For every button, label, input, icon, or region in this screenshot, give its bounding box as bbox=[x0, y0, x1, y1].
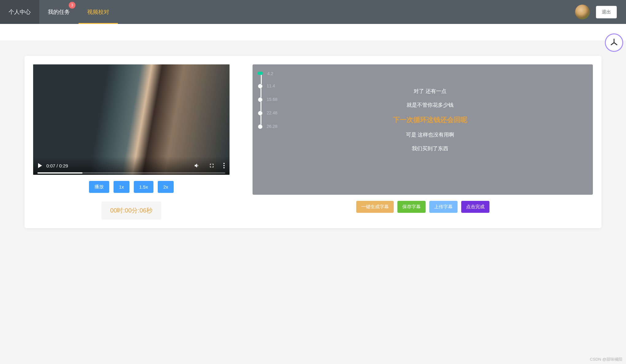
marker-line bbox=[261, 88, 261, 98]
marker-line bbox=[261, 115, 261, 125]
menu-icon[interactable] bbox=[223, 163, 225, 168]
marker-time: 11.4 bbox=[267, 83, 275, 88]
marker-line bbox=[261, 75, 262, 84]
video-panel: 0:07 / 0:29 bbox=[33, 64, 230, 220]
tab-label: 我的任务 bbox=[48, 8, 70, 16]
video-controls: 0:07 / 0:29 bbox=[33, 156, 230, 175]
speed-1x-button[interactable]: 1x bbox=[114, 181, 129, 193]
subtitle-panel-container: 4.2 11.4 bbox=[253, 64, 593, 220]
volume-icon[interactable] bbox=[194, 163, 200, 169]
timeline-marker[interactable]: 22.48 bbox=[258, 111, 280, 125]
timeline: 4.2 11.4 bbox=[258, 72, 581, 152]
speed-2x-button[interactable]: 2x bbox=[158, 181, 174, 193]
subtitle-line[interactable]: 可是 这样也没有用啊 bbox=[280, 131, 581, 138]
editor-card: 0:07 / 0:29 bbox=[25, 56, 601, 228]
header: 个人中心 我的任务 3 视频校对 退出 bbox=[0, 0, 626, 24]
nav-tabs: 个人中心 我的任务 3 视频校对 bbox=[0, 0, 118, 24]
tab-label: 视频校对 bbox=[87, 8, 109, 16]
tab-video-proofread[interactable]: 视频校对 bbox=[79, 0, 118, 24]
generate-subtitle-button[interactable]: 一键生成字幕 bbox=[356, 201, 394, 213]
video-time-display: 0:07 / 0:29 bbox=[46, 163, 68, 168]
marker-time: 15.68 bbox=[267, 97, 277, 102]
play-button[interactable]: 播放 bbox=[89, 181, 109, 193]
avatar[interactable] bbox=[575, 5, 590, 19]
marker-dot bbox=[258, 125, 262, 129]
marker-dot bbox=[258, 98, 262, 102]
action-buttons: 一键生成字幕 保存字幕 上传字幕 点击完成 bbox=[253, 201, 593, 213]
subtitle-line[interactable]: 对了 还有一点 bbox=[280, 88, 581, 95]
marker-dot bbox=[258, 84, 262, 88]
save-subtitle-button[interactable]: 保存字幕 bbox=[397, 201, 426, 213]
logout-button[interactable]: 退出 bbox=[596, 6, 617, 18]
floating-logo[interactable] bbox=[606, 34, 622, 51]
tab-label: 个人中心 bbox=[9, 8, 31, 16]
marker-line bbox=[261, 102, 261, 111]
marker-time: 22.48 bbox=[267, 110, 277, 115]
speed-controls: 播放 1x 1.5x 2x bbox=[33, 181, 230, 193]
marker-time: 4.2 bbox=[267, 71, 273, 76]
timer-display: 00时:00分:06秒 bbox=[102, 201, 161, 220]
tab-my-tasks[interactable]: 我的任务 3 bbox=[39, 0, 79, 24]
progress-bar[interactable] bbox=[37, 172, 225, 174]
subtitle-line[interactable]: 我们买到了东西 bbox=[280, 145, 581, 152]
marker-dot bbox=[258, 111, 262, 115]
controls-right bbox=[194, 163, 225, 169]
marker-dot-active bbox=[257, 72, 263, 75]
upload-subtitle-button[interactable]: 上传字幕 bbox=[429, 201, 458, 213]
progress-fill bbox=[37, 172, 83, 174]
timeline-markers: 4.2 11.4 bbox=[258, 72, 280, 152]
marker-time: 26.28 bbox=[267, 124, 277, 129]
video-player[interactable]: 0:07 / 0:29 bbox=[33, 64, 230, 175]
play-icon[interactable] bbox=[38, 163, 42, 168]
subtitle-line[interactable]: 就是不管你花多少钱 bbox=[280, 102, 581, 109]
main-content: 0:07 / 0:29 bbox=[0, 40, 626, 234]
timeline-marker[interactable]: 11.4 bbox=[258, 84, 280, 98]
subtitle-panel: 4.2 11.4 bbox=[253, 64, 593, 195]
timeline-marker[interactable]: 26.28 bbox=[258, 125, 280, 129]
speed-1.5x-button[interactable]: 1.5x bbox=[134, 181, 153, 193]
header-right: 退出 bbox=[575, 5, 617, 19]
timer-text: 00时:00分:06秒 bbox=[110, 207, 153, 214]
logo-icon bbox=[610, 38, 618, 47]
complete-button[interactable]: 点击完成 bbox=[461, 201, 489, 213]
timeline-marker[interactable]: 15.68 bbox=[258, 98, 280, 111]
fullscreen-icon[interactable] bbox=[209, 163, 215, 169]
subtitle-line-active[interactable]: 下一次循环这钱还会回呢 bbox=[280, 115, 581, 125]
task-count-badge: 3 bbox=[69, 2, 75, 9]
subtitle-lines: 对了 还有一点 就是不管你花多少钱 下一次循环这钱还会回呢 可是 这样也没有用啊… bbox=[280, 72, 581, 152]
timeline-marker[interactable]: 4.2 bbox=[258, 72, 280, 84]
subheader bbox=[0, 24, 626, 40]
tab-personal-center[interactable]: 个人中心 bbox=[0, 0, 39, 24]
